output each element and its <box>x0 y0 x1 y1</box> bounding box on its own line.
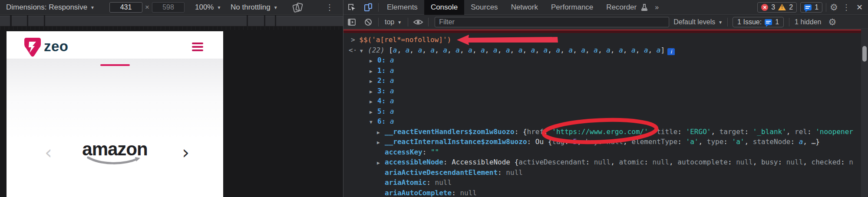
console-token: , <box>548 46 556 54</box>
media-query-segment[interactable] <box>28 16 44 26</box>
console-token: : <box>443 158 452 166</box>
console-token: : <box>790 138 799 146</box>
hidden-messages-label: 1 hidden <box>795 18 821 26</box>
rotate-device-icon[interactable] <box>292 0 309 15</box>
zeo-logo-icon[interactable] <box>24 37 41 58</box>
devtools-menu-icon[interactable]: ⋮ <box>838 3 855 12</box>
media-query-segment[interactable] <box>265 16 275 26</box>
console-row: ▼6: a <box>343 116 861 127</box>
issues-icon <box>765 19 772 25</box>
disclosure-triangle-icon[interactable]: ▶ <box>370 66 377 76</box>
disclosure-triangle-icon[interactable]: ▼ <box>360 46 368 56</box>
chevron-down-icon: ▼ <box>397 20 402 25</box>
media-query-segment[interactable] <box>276 16 343 26</box>
close-devtools-icon[interactable]: ✕ <box>855 3 868 12</box>
tab-console[interactable]: Console <box>424 0 464 15</box>
tab-performance[interactable]: Performance <box>545 0 600 15</box>
console-token: n <box>849 158 853 166</box>
console-token: , <box>611 158 619 166</box>
disclosure-triangle-icon[interactable]: ▶ <box>377 138 385 147</box>
console-token: a <box>390 97 394 105</box>
flask-icon <box>639 0 650 15</box>
more-tabs-button[interactable]: » <box>650 3 664 11</box>
issues-icon <box>804 4 812 10</box>
issues-badge[interactable]: 1 <box>800 2 822 13</box>
console-token: 'a' <box>732 138 745 146</box>
console-token: : <box>807 128 815 136</box>
console-token: : <box>452 189 460 197</box>
carousel-next-button[interactable]: › <box>182 142 189 163</box>
media-query-bar[interactable] <box>0 15 343 26</box>
inspect-element-icon[interactable] <box>343 0 360 15</box>
tab-recorder[interactable]: Recorder <box>600 0 639 15</box>
viewport-height-input[interactable] <box>152 2 185 13</box>
media-query-segment[interactable] <box>12 16 27 26</box>
console-token: a <box>390 117 394 125</box>
console-token: …} <box>812 138 820 146</box>
site-header: zeo <box>7 31 223 59</box>
console-row: ▶4: a <box>343 96 861 106</box>
console-token: accessibleNode <box>385 158 443 166</box>
disclosure-triangle-icon[interactable]: ▼ <box>370 117 377 127</box>
console-token: __reactEventHandlers$zom1w8uozo <box>385 128 515 136</box>
console-token: title <box>657 128 677 136</box>
console-row: ariaAutoComplete: null <box>343 188 861 197</box>
console-token: , <box>577 138 585 146</box>
media-query-segment[interactable] <box>0 16 10 26</box>
console-token: Ou <box>535 138 548 146</box>
disclosure-triangle-icon[interactable]: ▶ <box>370 107 377 117</box>
settings-gear-icon[interactable]: ⚙ <box>830 2 838 13</box>
issues-button[interactable]: 1 Issue: 1 <box>733 17 784 27</box>
clear-console-icon[interactable] <box>360 15 376 30</box>
hamburger-menu-icon[interactable] <box>192 43 203 51</box>
console-token: , <box>803 158 811 166</box>
disclosure-triangle-icon[interactable]: ▶ <box>370 97 377 106</box>
filter-input[interactable] <box>435 17 669 27</box>
chevron-down-icon: ▼ <box>90 0 95 15</box>
throttling-select[interactable]: No throttling▼ <box>231 0 278 15</box>
dimensions-select[interactable]: Dimensions: Responsive▼ <box>6 0 95 15</box>
disclosure-triangle-icon[interactable]: ▶ <box>377 158 385 167</box>
devtools-tabbar: Elements Console Sources Network Perform… <box>343 0 868 15</box>
device-toolbar-menu-icon[interactable]: ⋮ <box>326 0 339 15</box>
live-expression-eye-icon[interactable] <box>410 15 426 30</box>
tab-elements[interactable]: Elements <box>380 0 424 15</box>
console-token: AccessibleNode <box>452 158 515 166</box>
console-token: , <box>422 46 430 54</box>
viewport-width-input[interactable] <box>109 2 142 13</box>
info-icon[interactable]: i <box>667 48 675 56</box>
tab-network[interactable]: Network <box>505 0 545 15</box>
zoom-select[interactable]: 100%▼ <box>195 0 221 15</box>
media-query-segment[interactable] <box>45 16 247 26</box>
console-token: __reactInternalInstance$zom1w8uozo <box>385 138 527 146</box>
tab-sources[interactable]: Sources <box>464 0 504 15</box>
console-token: , <box>523 46 531 54</box>
disclosure-triangle-icon[interactable]: ▶ <box>377 128 385 137</box>
amazon-logo[interactable]: amazon <box>82 139 147 166</box>
emulated-webpage: zeo ‹ amazon › <box>7 31 223 197</box>
disclosure-triangle-icon[interactable]: ▶ <box>370 76 377 86</box>
errors-warnings-badge[interactable]: ✕ 3 ! 2 <box>757 2 797 13</box>
console-token: a <box>431 46 435 54</box>
console-scrollbar[interactable] <box>861 30 868 197</box>
divider <box>826 3 826 12</box>
console-token: a <box>493 46 498 54</box>
console-sidebar-toggle-icon[interactable] <box>343 15 360 30</box>
console-settings-gear-icon[interactable]: ⚙ <box>828 17 836 27</box>
console-token: : <box>728 158 736 166</box>
disclosure-triangle-icon[interactable]: ▶ <box>370 87 377 96</box>
console-token: href <box>527 128 544 136</box>
scrollbar-thumb[interactable] <box>862 46 867 62</box>
disclosure-triangle-icon[interactable]: ▶ <box>370 56 377 66</box>
carousel-prev-button[interactable]: ‹ <box>45 142 52 163</box>
console-token: a <box>799 138 803 146</box>
media-query-segment[interactable] <box>248 16 264 26</box>
warning-icon: ! <box>778 4 786 10</box>
log-levels-select[interactable]: Default levels▼ <box>673 18 723 26</box>
console-token: , <box>636 46 644 54</box>
toggle-device-toolbar-icon[interactable] <box>360 0 376 15</box>
site-brand-text[interactable]: zeo <box>44 38 69 55</box>
console-row: ariaAtomic: null <box>343 177 861 188</box>
console-token: 5: <box>377 107 390 115</box>
context-select[interactable]: top▼ <box>380 18 406 26</box>
